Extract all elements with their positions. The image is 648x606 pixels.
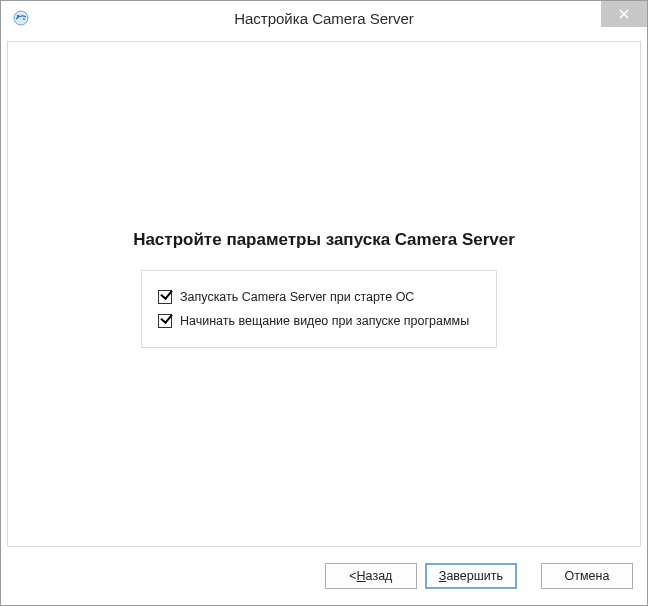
page-heading: Настройте параметры запуска Camera Serve…	[8, 230, 640, 250]
content-area: Настройте параметры запуска Camera Serve…	[7, 41, 641, 547]
svg-point-2	[23, 18, 25, 20]
checkbox-start-broadcast[interactable]	[158, 314, 172, 328]
window-title: Настройка Camera Server	[1, 10, 647, 27]
back-accel: Н	[357, 569, 366, 583]
option-start-with-os[interactable]: Запускать Camera Server при старте ОС	[158, 285, 480, 309]
finish-rest: авершить	[446, 569, 503, 583]
svg-point-1	[17, 15, 20, 18]
titlebar: Настройка Camera Server	[1, 1, 647, 35]
wizard-footer: < Назад Завершить Отмена	[1, 553, 647, 605]
close-icon	[619, 9, 629, 19]
back-prefix: <	[349, 569, 356, 583]
finish-accel: З	[439, 569, 447, 583]
app-icon	[13, 10, 29, 26]
finish-button[interactable]: Завершить	[425, 563, 517, 589]
svg-point-0	[14, 11, 28, 25]
option-start-broadcast[interactable]: Начинать вещание видео при запуске прогр…	[158, 309, 480, 333]
options-panel: Запускать Camera Server при старте ОС На…	[141, 270, 497, 348]
close-button[interactable]	[601, 1, 647, 27]
cancel-label: Отмена	[565, 569, 610, 583]
option-label: Запускать Camera Server при старте ОС	[180, 290, 414, 304]
back-rest: азад	[366, 569, 393, 583]
back-button[interactable]: < Назад	[325, 563, 417, 589]
cancel-button[interactable]: Отмена	[541, 563, 633, 589]
checkbox-start-with-os[interactable]	[158, 290, 172, 304]
option-label: Начинать вещание видео при запуске прогр…	[180, 314, 469, 328]
wizard-window: Настройка Camera Server Настройте параме…	[0, 0, 648, 606]
